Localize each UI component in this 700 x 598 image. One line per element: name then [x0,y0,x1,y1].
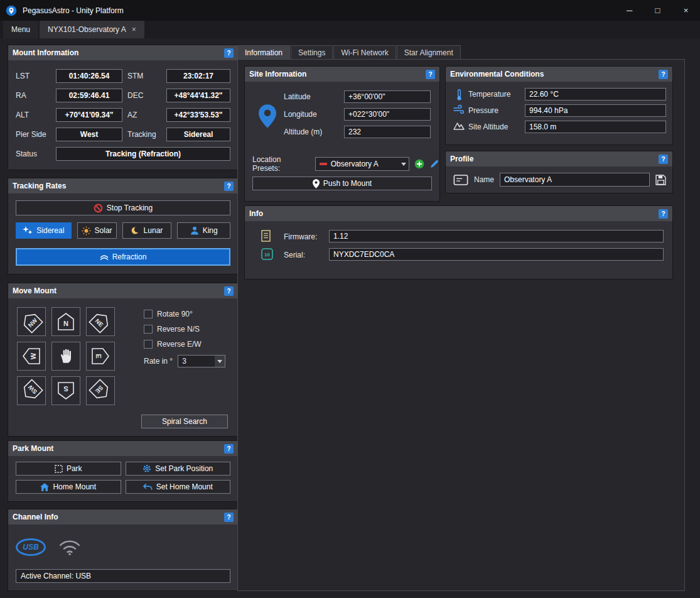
profile-name-input[interactable] [500,173,650,187]
refraction-icon [100,254,109,261]
svg-text:S: S [63,385,68,393]
tab-information[interactable]: Information [237,45,290,60]
park-mount-header: Park Mount ? [8,441,238,456]
help-icon[interactable]: ? [659,209,668,219]
spiral-search-label: Spiral Search [162,417,207,426]
latitude-label: Latitude [284,92,342,101]
move-e-button[interactable]: E [86,342,115,371]
move-n-button[interactable]: N [51,307,80,336]
tracking-value: Sidereal [166,128,230,141]
add-preset-icon[interactable] [414,159,424,169]
chevron-down-icon[interactable] [399,158,409,170]
tab-close-icon[interactable]: × [132,25,136,34]
site-altitude-value: 158.0 m [525,121,666,133]
move-mount-title: Move Mount [13,286,224,295]
move-se-button[interactable]: SE [86,376,115,405]
svg-text:SW: SW [26,384,38,396]
stop-tracking-label: Stop Tracking [107,204,153,212]
maximize-button[interactable]: □ [643,0,672,21]
stm-value: 23:02:17 [166,69,230,83]
tracking-rates-title: Tracking Rates [13,182,224,190]
environmental-conditions-header: Environmental Conditions ? [446,67,672,82]
refraction-button[interactable]: Refraction [16,248,230,266]
stop-tracking-button[interactable]: Stop Tracking [16,200,230,215]
lunar-label: Lunar [144,226,163,235]
pier-side-value: West [56,128,122,141]
tab-wifi-network[interactable]: Wi-Fi Network [333,45,396,60]
tab-settings-label: Settings [298,48,325,57]
mount-information-header: Mount Information ? [8,45,238,60]
move-mount-panel: Move Mount ? NW N [8,283,239,437]
help-icon[interactable]: ? [224,182,234,191]
home-mount-button[interactable]: Home Mount [16,480,121,494]
park-label: Park [67,464,82,473]
rate-select[interactable]: 3 [178,355,225,367]
park-mount-title: Park Mount [13,444,224,453]
help-icon[interactable]: ? [426,70,435,79]
latitude-input[interactable] [344,90,431,103]
reverse-ns-checkbox[interactable] [144,325,153,334]
help-icon[interactable]: ? [224,513,234,522]
location-preset-select[interactable]: Observatory A [315,157,409,171]
reverse-ew-checkbox[interactable] [144,340,153,349]
e-shield-icon: E [90,346,110,366]
reverse-ew-label: Reverse E/W [157,340,202,349]
help-icon[interactable]: ? [659,70,668,79]
direction-pad: NW N NE [17,307,115,405]
move-s-button[interactable]: S [51,376,80,405]
window-title: PegasusAstro - Unity Platform [23,6,124,15]
close-button[interactable]: × [672,0,700,21]
tab-device[interactable]: NYX101-Observatory A × [40,21,144,38]
king-rate-button[interactable]: King [177,222,230,239]
longitude-input[interactable] [344,108,431,121]
lunar-rate-button[interactable]: Lunar [122,222,172,239]
home-icon [40,483,49,491]
moon-icon [131,226,140,235]
move-sw-button[interactable]: SW [17,376,46,405]
environmental-conditions-title: Environmental Conditions [450,70,659,79]
help-icon[interactable]: ? [224,286,234,296]
help-icon[interactable]: ? [224,444,234,454]
tab-menu[interactable]: Menu [3,21,38,38]
spiral-search-button[interactable]: Spiral Search [141,415,228,428]
lst-value: 01:40:26.54 [56,69,122,83]
preset-value: Observatory A [331,160,395,168]
help-icon[interactable]: ? [659,155,668,164]
park-button[interactable]: Park [16,462,121,476]
move-mount-header: Move Mount ? [8,283,238,298]
pressure-value: 994.40 hPa [525,104,666,117]
site-altitude-label: Site Altitude [468,122,508,131]
edit-preset-icon[interactable] [429,159,439,169]
move-w-button[interactable]: W [17,342,46,371]
rotate-90-checkbox[interactable] [144,310,153,318]
push-to-mount-button[interactable]: Push to Mount [252,177,432,190]
pressure-icon [453,105,465,114]
set-park-position-button[interactable]: Set Park Position [126,462,231,476]
temperature-label: Temperature [468,90,510,99]
altitude-input[interactable] [344,126,431,138]
set-home-mount-button[interactable]: Set Home Mount [126,480,231,494]
preset-remove-icon[interactable] [320,163,327,165]
alt-label: ALT [16,111,51,119]
pier-side-label: Pier Side [16,130,51,139]
serial-icon: 10 [260,248,274,260]
move-ne-button[interactable]: NE [86,307,115,336]
chevron-down-icon[interactable] [215,356,225,367]
rate-value: 3 [182,357,215,366]
solar-rate-button[interactable]: Solar [77,222,117,239]
tab-star-alignment[interactable]: Star Alignment [397,45,461,60]
dec-value: +48°44'41.32" [166,89,230,102]
sidereal-rate-button[interactable]: Sidereal [16,222,72,239]
move-nw-button[interactable]: NW [17,307,46,336]
stm-label: STM [127,72,161,80]
minimize-button[interactable]: ─ [615,0,643,21]
help-icon[interactable]: ? [224,48,234,58]
tab-settings[interactable]: Settings [291,45,333,60]
set-park-position-label: Set Park Position [155,464,213,473]
save-icon[interactable] [655,175,666,185]
stop-move-button[interactable] [51,342,80,371]
nw-shield-icon: NW [17,307,45,335]
svg-text:N: N [63,320,68,327]
gear-icon [143,464,151,473]
longitude-label: Longitude [284,110,342,119]
